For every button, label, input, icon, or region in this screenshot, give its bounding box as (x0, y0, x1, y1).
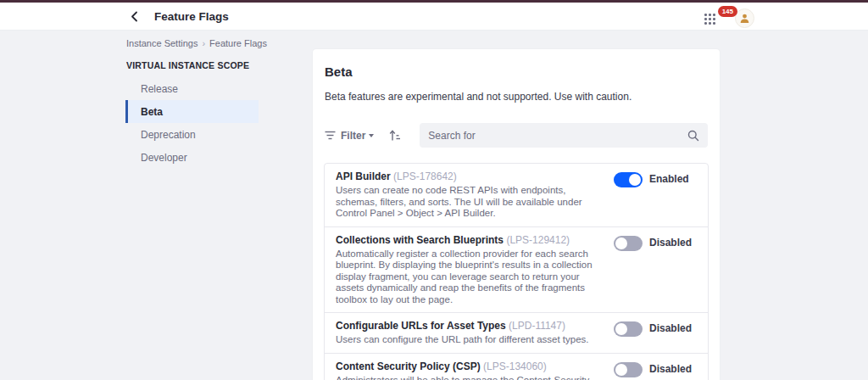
feature-name: API Builder (336, 170, 391, 182)
search-input[interactable] (428, 130, 687, 142)
toggle-knob (615, 364, 627, 376)
user-avatar[interactable] (735, 8, 754, 28)
feature-title: Collections with Search Blueprints (LPS-… (336, 234, 604, 247)
feature-toggle[interactable] (614, 321, 643, 337)
feature-description: Users can create no code REST APIs with … (336, 185, 604, 220)
feature-toggle-wrap: Disabled (614, 320, 701, 346)
feature-description: Users can configure the URL path for dif… (336, 334, 604, 346)
beta-panel: Beta Beta features are experimental and … (313, 49, 720, 380)
notification-badge[interactable]: 145 (718, 6, 737, 17)
feature-code: (LPS-129412) (506, 234, 570, 246)
feature-toggle[interactable] (614, 172, 643, 187)
breadcrumb-separator: › (202, 38, 205, 48)
breadcrumb: Instance Settings›Feature Flags (125, 36, 259, 57)
content-area: Instance Settings›Feature Flags VIRTUAL … (0, 31, 868, 380)
feature-code: (LPD-11147) (509, 320, 565, 332)
feature-toggle-label: Disabled (649, 322, 692, 334)
feature-row: Configurable URLs for Asset Types (LPD-1… (325, 313, 708, 354)
chevron-left-icon (131, 11, 138, 22)
sidebar-item-label: Deprecation (141, 129, 196, 141)
page-title: Feature Flags (154, 10, 229, 23)
panel-title: Beta (325, 64, 708, 79)
filter-label: Filter (341, 130, 365, 142)
apps-grid-icon[interactable] (704, 14, 715, 25)
sidebar-item-beta[interactable]: Beta (125, 100, 259, 123)
feature-text: Collections with Search Blueprints (LPS-… (336, 234, 614, 306)
feature-text: API Builder (LPS-178642) Users can creat… (336, 170, 614, 220)
filter-icon (325, 131, 336, 140)
search-icon (687, 130, 699, 142)
search-button[interactable] (687, 130, 699, 142)
feature-row: Collections with Search Blueprints (LPS-… (325, 227, 708, 314)
feature-title: API Builder (LPS-178642) (336, 170, 604, 183)
feature-toggle[interactable] (614, 236, 643, 251)
back-button[interactable] (125, 8, 142, 25)
feature-toggle-label: Disabled (649, 237, 692, 249)
feature-title: Configurable URLs for Asset Types (LPD-1… (336, 320, 604, 332)
caret-down-icon (369, 134, 374, 137)
sidebar-item-label: Developer (141, 152, 187, 164)
feature-toggle-wrap: Enabled (614, 170, 701, 220)
breadcrumb-feature-flags[interactable]: Feature Flags (209, 38, 267, 48)
feature-name: Content Security Policy (CSP) (336, 360, 481, 372)
feature-toggle-wrap: Disabled (614, 234, 701, 306)
sort-order-button[interactable] (389, 130, 401, 142)
management-toolbar: Filter (325, 123, 708, 148)
sort-order-icon (389, 130, 401, 142)
panel-subtitle: Beta features are experimental and not s… (325, 91, 708, 103)
feature-code: (LPS-134060) (483, 360, 547, 372)
feature-row: Content Security Policy (CSP) (LPS-13406… (325, 354, 708, 380)
sidebar-item-release[interactable]: Release (125, 77, 259, 100)
sidebar-item-deprecation[interactable]: Deprecation (125, 123, 259, 146)
toggle-knob (615, 323, 627, 335)
filter-dropdown[interactable]: Filter (325, 130, 374, 142)
sidebar: Instance Settings›Feature Flags VIRTUAL … (125, 36, 259, 169)
sidebar-item-label: Beta (141, 106, 163, 118)
sidebar-item-list: Release Beta Deprecation Developer (125, 77, 259, 169)
feature-title: Content Security Policy (CSP) (LPS-13406… (336, 360, 604, 373)
feature-row: API Builder (LPS-178642) Users can creat… (325, 164, 708, 227)
feature-toggle-label: Enabled (649, 173, 689, 185)
sidebar-item-label: Release (141, 83, 178, 95)
toggle-knob (629, 174, 641, 186)
sidebar-item-developer[interactable]: Developer (125, 146, 259, 169)
search-box (420, 123, 708, 148)
feature-code: (LPS-178642) (393, 170, 457, 182)
feature-text: Configurable URLs for Asset Types (LPD-1… (336, 320, 614, 346)
user-icon (739, 13, 750, 24)
feature-toggle[interactable] (614, 362, 643, 377)
feature-name: Collections with Search Blueprints (336, 234, 504, 246)
feature-description: Automatically register a collection prov… (336, 249, 604, 306)
feature-list: API Builder (LPS-178642) Users can creat… (324, 163, 709, 380)
feature-toggle-wrap: Disabled (614, 360, 701, 380)
feature-text: Content Security Policy (CSP) (LPS-13406… (336, 360, 614, 380)
feature-toggle-label: Disabled (649, 363, 692, 375)
sidebar-heading: VIRTUAL INSTANCE SCOPE (125, 57, 259, 77)
breadcrumb-instance-settings[interactable]: Instance Settings (126, 38, 198, 48)
app-header: Feature Flags 145 (0, 3, 868, 31)
feature-description: Administrators will be able to manage th… (336, 375, 604, 380)
toggle-knob (615, 238, 627, 249)
feature-name: Configurable URLs for Asset Types (336, 320, 506, 332)
